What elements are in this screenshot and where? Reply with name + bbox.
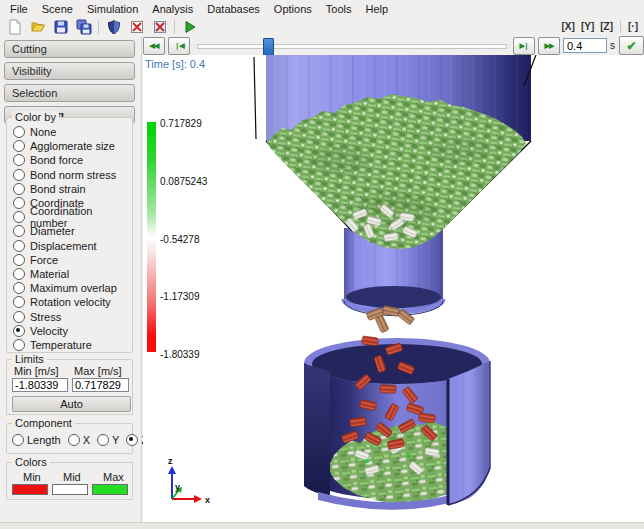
limits-title: Limits <box>12 353 47 365</box>
menu-item-tools[interactable]: Tools <box>319 2 359 16</box>
radio-icon <box>13 254 25 266</box>
radio-maximum-overlap[interactable]: Maximum overlap <box>7 281 132 295</box>
component-x-label[interactable]: X <box>83 434 90 446</box>
time-slider-thumb[interactable] <box>263 38 274 56</box>
fast-forward-button[interactable]: ▶▶ <box>538 37 560 55</box>
radio-label: Displacement <box>30 240 97 252</box>
radio-icon <box>13 311 25 323</box>
axis-z-label: z <box>168 456 173 466</box>
save-button[interactable] <box>49 18 72 36</box>
new-file-icon <box>7 19 23 35</box>
rewind-button[interactable]: ◀◀ <box>143 37 165 55</box>
component-title: Component <box>12 417 75 429</box>
color-by-group: Color by None Agglomerate size Bond forc… <box>6 117 133 353</box>
radio-icon <box>13 154 25 166</box>
apply-time-button[interactable]: ✔ <box>619 36 644 55</box>
radio-bond-force[interactable]: Bond force <box>7 153 132 167</box>
radio-coordination-number[interactable]: Coordination number <box>7 210 132 224</box>
radio-force[interactable]: Force <box>7 253 132 267</box>
max-label: Max [m/s] <box>74 365 122 377</box>
menu-bar: File Scene Simulation Analysis Databases… <box>0 0 644 17</box>
delete-cross-alt-icon <box>152 19 168 35</box>
colors-max-label: Max <box>103 471 124 483</box>
radio-icon <box>13 126 25 138</box>
radio-bond-norm-stress[interactable]: Bond norm stress <box>7 168 132 182</box>
delete-button[interactable] <box>125 18 148 36</box>
view-x-button[interactable]: [X] <box>559 20 578 33</box>
radio-temperature[interactable]: Temperature <box>7 338 132 352</box>
radio-icon <box>13 197 25 209</box>
radio-displacement[interactable]: Displacement <box>7 239 132 253</box>
shield-icon <box>106 19 122 35</box>
radio-label: Material <box>30 268 69 280</box>
radio-icon-checked[interactable] <box>126 434 138 446</box>
radio-icon[interactable] <box>12 434 24 446</box>
menu-item-help[interactable]: Help <box>358 2 395 16</box>
component-length-label[interactable]: Length <box>27 434 61 446</box>
max-value-field[interactable] <box>72 378 129 392</box>
sidebar-section-cutting[interactable]: Cutting <box>4 40 135 58</box>
auto-button[interactable]: Auto <box>12 396 131 412</box>
time-slider-track[interactable] <box>197 44 507 49</box>
toolbar-separator <box>620 21 621 33</box>
component-y-label[interactable]: Y <box>112 434 119 446</box>
menu-item-scene[interactable]: Scene <box>35 2 80 16</box>
max-color-swatch[interactable] <box>92 484 128 495</box>
save-as-icon <box>76 19 92 35</box>
radio-stress[interactable]: Stress <box>7 309 132 323</box>
mid-color-swatch[interactable] <box>52 484 88 495</box>
save-as-button[interactable] <box>72 18 95 36</box>
menu-item-databases[interactable]: Databases <box>200 2 267 16</box>
view-y-button[interactable]: [Y] <box>578 20 597 33</box>
view-z-button[interactable]: [Z] <box>597 20 616 33</box>
sidebar-section-selection[interactable]: Selection <box>4 84 135 102</box>
colors-min-label: Min <box>23 471 41 483</box>
radio-icon <box>13 140 25 152</box>
radio-velocity[interactable]: Velocity <box>7 324 132 338</box>
radio-icon <box>13 282 25 294</box>
scene-3d-render[interactable]: z y x <box>143 55 644 522</box>
sidebar: Cutting Visibility Selection Colouring C… <box>0 36 140 522</box>
radio-rotation-velocity[interactable]: Rotation velocity <box>7 295 132 309</box>
radio-label: Force <box>30 254 58 266</box>
min-value-field[interactable] <box>12 378 68 392</box>
radio-label: Rotation velocity <box>30 296 111 308</box>
view-alignment-buttons: [X] [Y] [Z] [·] <box>559 17 641 36</box>
radio-material[interactable]: Material <box>7 267 132 281</box>
time-slider[interactable] <box>197 38 507 54</box>
colors-mid-label: Mid <box>63 471 81 483</box>
color-by-title: Color by <box>12 111 59 123</box>
radio-none[interactable]: None <box>7 125 132 139</box>
menu-item-simulation[interactable]: Simulation <box>80 2 145 16</box>
menu-item-analysis[interactable]: Analysis <box>145 2 200 16</box>
radio-icon[interactable] <box>68 434 80 446</box>
menu-item-file[interactable]: File <box>3 2 35 16</box>
delete-alt-button[interactable] <box>148 18 171 36</box>
time-unit-label: s <box>610 40 615 51</box>
time-value-field[interactable] <box>563 38 607 53</box>
axis-triad: z y x <box>168 456 210 505</box>
radio-label: Stress <box>30 311 61 323</box>
radio-icon[interactable] <box>97 434 109 446</box>
shield-button[interactable] <box>102 18 125 36</box>
application-window: File Scene Simulation Analysis Databases… <box>0 0 644 529</box>
open-button[interactable] <box>26 18 49 36</box>
radio-icon <box>13 339 25 351</box>
view-center-button[interactable]: [·] <box>625 20 641 33</box>
min-color-swatch[interactable] <box>12 484 48 495</box>
radio-agglomerate-size[interactable]: Agglomerate size <box>7 139 132 153</box>
radio-icon-checked <box>13 325 25 337</box>
radio-icon <box>13 240 25 252</box>
step-back-button[interactable]: ❘◀ <box>168 37 190 55</box>
radio-icon <box>13 225 25 237</box>
radio-bond-strain[interactable]: Bond strain <box>7 182 132 196</box>
menu-item-options[interactable]: Options <box>267 2 319 16</box>
radio-icon <box>13 296 25 308</box>
radio-icon <box>13 268 25 280</box>
axis-x-label: x <box>205 495 210 505</box>
viewport-3d[interactable]: Time [s]: 0.4 0.717829 0.0875243 -0.5427… <box>143 55 644 522</box>
run-button[interactable] <box>178 18 201 36</box>
step-forward-button[interactable]: ▶❘ <box>513 37 535 55</box>
sidebar-section-visibility[interactable]: Visibility <box>4 62 135 80</box>
new-file-button[interactable] <box>3 18 26 36</box>
